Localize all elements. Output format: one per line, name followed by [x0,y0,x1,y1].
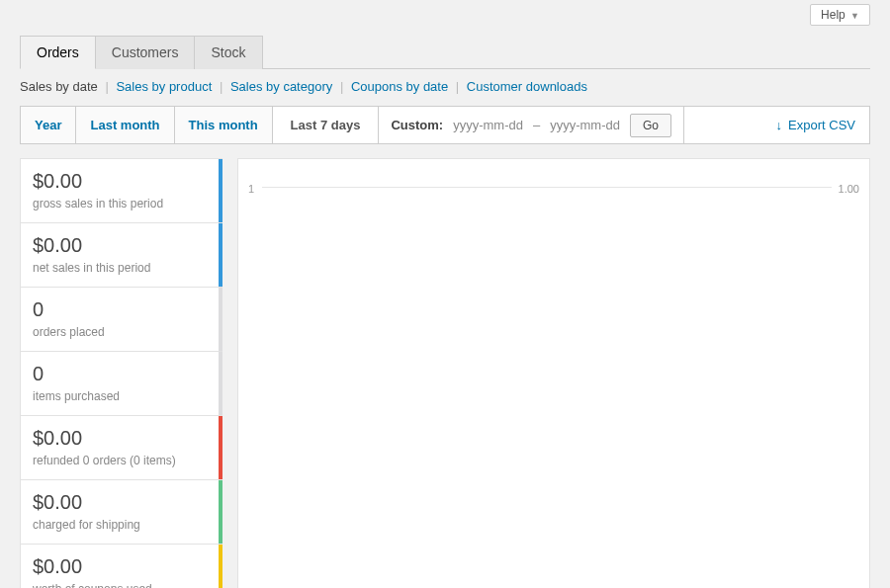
tab-stock[interactable]: Stock [195,36,262,69]
stat-value: $0.00 [33,490,211,514]
stat-color-stripe [219,352,222,415]
stat-item[interactable]: $0.00charged for shipping [20,480,222,545]
stat-item[interactable]: $0.00gross sales in this period [20,158,222,223]
main-tabs: Orders Customers Stock [20,36,870,69]
stat-value: 0 [33,297,211,321]
stat-value: $0.00 [33,233,211,257]
stat-item[interactable]: 0orders placed [20,288,222,352]
subnav-sales-by-product[interactable]: Sales by product [116,79,212,94]
custom-label: Custom: [391,118,443,132]
download-icon: ↓ [776,118,783,132]
stat-color-stripe [219,545,222,588]
subnav-customer-downloads[interactable]: Customer downloads [467,79,587,94]
stat-item[interactable]: $0.00worth of coupons used [20,545,222,588]
stat-value: $0.00 [33,426,211,450]
separator: | [105,79,108,94]
help-button[interactable]: Help ▼ [810,4,870,26]
stat-color-stripe [219,288,222,351]
chart-panel: 1 1.00 [237,158,870,588]
y-axis-left-tick: 1 [248,183,254,195]
chart-gridline [262,187,832,188]
stat-desc: worth of coupons used [33,582,211,588]
tab-customers[interactable]: Customers [96,36,196,69]
range-this-month[interactable]: This month [175,107,273,143]
subnav-current: Sales by date [20,79,98,94]
stat-desc: charged for shipping [33,518,211,532]
stat-item[interactable]: 0items purchased [20,352,222,416]
range-last-7-days[interactable]: Last 7 days [273,107,380,143]
stat-item[interactable]: $0.00net sales in this period [20,223,222,288]
date-range-dash: – [533,118,540,132]
export-csv-button[interactable]: ↓ Export CSV [762,107,869,143]
stat-color-stripe [219,480,222,544]
report-subnav: Sales by date | Sales by product | Sales… [20,79,870,94]
go-button[interactable]: Go [630,114,671,137]
date-to-input[interactable]: yyyy-mm-dd [550,118,620,132]
stat-desc: orders placed [33,325,211,339]
subnav-sales-by-category[interactable]: Sales by category [230,79,332,94]
stat-value: $0.00 [33,169,211,193]
stat-desc: net sales in this period [33,261,211,275]
stat-desc: refunded 0 orders (0 items) [33,454,211,467]
separator: | [456,79,459,94]
y-axis-right-tick: 1.00 [839,183,859,195]
separator: | [340,79,343,94]
stats-sidebar: $0.00gross sales in this period$0.00net … [20,158,222,588]
stat-color-stripe [219,159,222,222]
chevron-down-icon: ▼ [850,11,859,21]
stat-value: 0 [33,362,211,385]
export-label: Export CSV [788,118,855,132]
range-year[interactable]: Year [21,107,76,143]
tab-orders[interactable]: Orders [20,36,96,69]
stat-item[interactable]: $0.00refunded 0 orders (0 items) [20,416,222,480]
separator: | [220,79,222,94]
custom-range: Custom: yyyy-mm-dd – yyyy-mm-dd Go [379,107,684,143]
date-from-input[interactable]: yyyy-mm-dd [453,118,523,132]
stat-value: $0.00 [33,554,211,578]
help-label: Help [821,8,846,22]
range-last-month[interactable]: Last month [76,107,174,143]
range-bar: Year Last month This month Last 7 days C… [20,106,870,144]
stat-desc: gross sales in this period [33,197,211,210]
subnav-coupons-by-date[interactable]: Coupons by date [351,79,448,94]
spacer [684,107,762,143]
stat-color-stripe [219,416,222,479]
stat-desc: items purchased [33,389,211,403]
stat-color-stripe [219,223,222,287]
